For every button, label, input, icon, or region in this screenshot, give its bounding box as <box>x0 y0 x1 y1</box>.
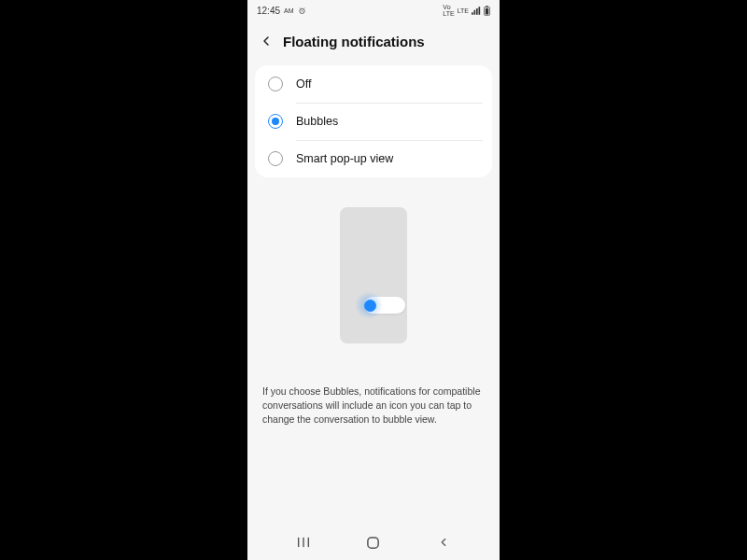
preview-area <box>247 187 500 364</box>
back-button[interactable] <box>257 32 275 50</box>
volte-icon: VoLTE <box>443 4 454 17</box>
nav-back-button[interactable] <box>425 536 462 549</box>
option-smart-popup[interactable]: Smart pop-up view <box>255 140 492 177</box>
option-label: Off <box>296 77 485 91</box>
signal-icon <box>472 7 481 15</box>
header: Floating notifications <box>247 21 500 65</box>
radio-icon <box>268 151 283 166</box>
statusbar-right: VoLTE LTE <box>443 4 490 17</box>
option-bubbles[interactable]: Bubbles <box>255 103 492 140</box>
status-time: 12:45 <box>257 6 280 16</box>
description-text: If you choose Bubbles, notifications for… <box>247 364 500 439</box>
option-label: Smart pop-up view <box>296 152 485 165</box>
phone-frame: 12:45 AM VoLTE LTE Floating notification… <box>247 0 500 560</box>
chevron-left-icon <box>437 536 450 549</box>
svg-rect-3 <box>486 6 488 7</box>
recents-button[interactable] <box>285 536 322 549</box>
radio-icon-selected <box>268 114 283 129</box>
radio-icon <box>268 77 283 91</box>
svg-rect-2 <box>486 7 489 14</box>
navigation-bar <box>247 525 500 560</box>
statusbar-left: 12:45 AM <box>257 6 306 16</box>
recents-icon <box>296 536 311 549</box>
statusbar: 12:45 AM VoLTE LTE <box>247 0 500 21</box>
preview-bubble-icon <box>364 300 376 312</box>
home-button[interactable] <box>355 536 392 550</box>
preview-phone-icon <box>340 207 407 343</box>
chevron-left-icon <box>259 34 274 49</box>
status-ampm: AM <box>284 7 294 14</box>
svg-rect-7 <box>368 537 378 547</box>
option-label: Bubbles <box>296 115 485 128</box>
option-off[interactable]: Off <box>255 65 492 103</box>
lte-icon: LTE <box>458 7 469 14</box>
battery-icon <box>484 6 490 16</box>
options-card: Off Bubbles Smart pop-up view <box>255 65 492 177</box>
home-icon <box>366 536 380 550</box>
page-title: Floating notifications <box>283 34 425 49</box>
alarm-icon <box>298 7 306 15</box>
